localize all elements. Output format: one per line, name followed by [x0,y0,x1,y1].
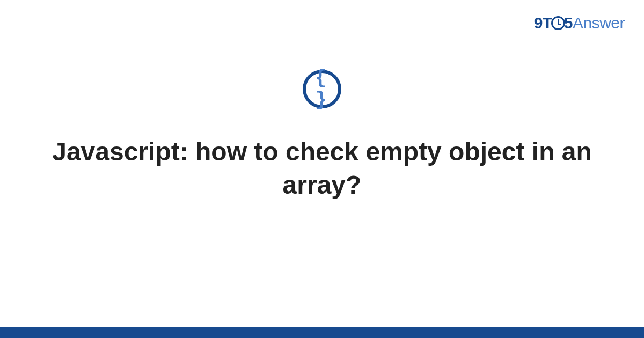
page-title: Javascript: how to check empty object in… [0,135,644,202]
logo-text-answer: Answer [573,14,625,32]
topic-icon-circle: { } [303,70,341,108]
logo-text-9t: 9T [534,14,552,32]
site-logo: 9T5Answer [534,14,625,32]
main-content: { } Javascript: how to check empty objec… [0,70,644,202]
clock-icon [551,16,565,30]
braces-icon: { } [306,67,338,111]
logo-text-5: 5 [564,14,573,32]
footer-bar [0,327,644,338]
